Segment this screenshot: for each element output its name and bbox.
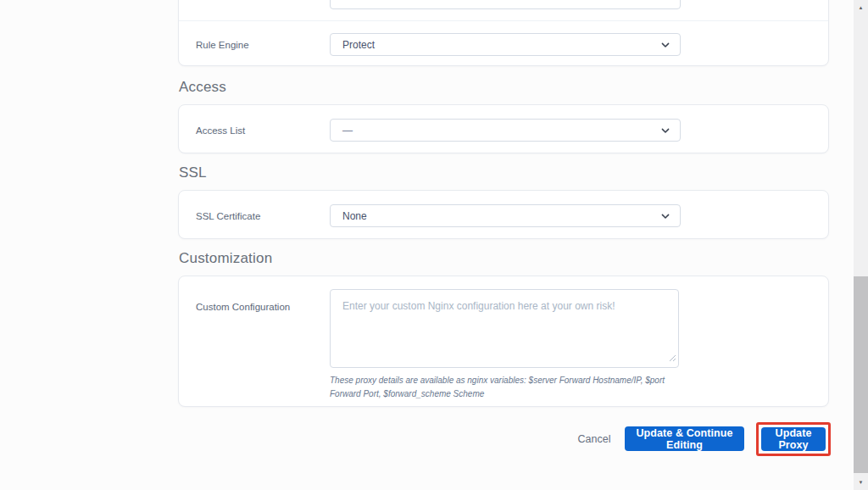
resize-handle-icon[interactable]	[669, 350, 676, 365]
card-access: Access List —	[178, 104, 829, 153]
rule-engine-value: Protect	[342, 39, 375, 51]
custom-configuration-label: Custom Configuration	[196, 301, 290, 313]
scrollbar-track[interactable]: ▲ ▼	[854, 0, 868, 490]
section-heading-customization: Customization	[179, 250, 272, 267]
scroll-down-arrow-icon[interactable]: ▼	[854, 476, 868, 489]
truncated-input[interactable]	[330, 0, 681, 9]
update-proxy-button[interactable]: Update Proxy	[761, 427, 826, 451]
card-customization: Custom Configuration These proxy details…	[178, 276, 829, 407]
chevron-down-icon	[660, 125, 670, 136]
custom-configuration-textarea[interactable]	[330, 289, 679, 368]
access-list-label: Access List	[196, 125, 245, 136]
chevron-down-icon	[660, 40, 670, 50]
cancel-button[interactable]: Cancel	[577, 428, 611, 450]
card-rule-engine: Rule Engine Protect	[178, 0, 829, 66]
access-list-select[interactable]: —	[330, 119, 681, 142]
ssl-certificate-value: None	[342, 210, 367, 222]
nginx-variables-help-text: These proxy details are available as ngi…	[330, 374, 676, 400]
custom-configuration-wrap	[330, 289, 679, 368]
access-list-value: —	[342, 125, 353, 136]
scrollbar-thumb[interactable]	[854, 276, 868, 473]
section-heading-ssl: SSL	[179, 164, 207, 181]
chevron-down-icon	[660, 211, 670, 221]
scroll-up-arrow-icon[interactable]: ▲	[854, 1, 868, 14]
page: Rule Engine Protect Access Access List —…	[0, 0, 868, 490]
rule-engine-select[interactable]: Protect	[330, 33, 681, 56]
rule-engine-label: Rule Engine	[196, 39, 249, 51]
card-ssl: SSL Certificate None	[178, 190, 829, 239]
ssl-certificate-label: SSL Certificate	[196, 210, 260, 222]
update-continue-editing-button[interactable]: Update & Continue Editing	[625, 426, 744, 451]
card-divider	[179, 20, 828, 21]
section-heading-access: Access	[179, 79, 226, 96]
ssl-certificate-select[interactable]: None	[330, 204, 681, 227]
